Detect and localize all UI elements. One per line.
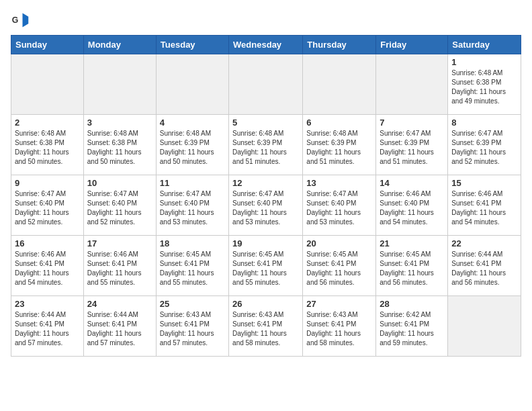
- day-number: 17: [87, 238, 152, 248]
- day-info: Sunrise: 6:47 AM Sunset: 6:39 PM Dayligh…: [451, 129, 517, 167]
- day-number: 5: [232, 118, 299, 128]
- day-info: Sunrise: 6:45 AM Sunset: 6:41 PM Dayligh…: [380, 250, 444, 287]
- day-number: 2: [15, 118, 80, 128]
- calendar-cell: 17Sunrise: 6:46 AM Sunset: 6:41 PM Dayli…: [83, 236, 156, 296]
- calendar: SundayMondayTuesdayWednesdayThursdayFrid…: [11, 35, 521, 357]
- day-info: Sunrise: 6:43 AM Sunset: 6:41 PM Dayligh…: [160, 310, 225, 348]
- week-row-3: 9Sunrise: 6:47 AM Sunset: 6:40 PM Daylig…: [11, 175, 521, 236]
- calendar-cell: 21Sunrise: 6:45 AM Sunset: 6:41 PM Dayli…: [376, 236, 448, 296]
- calendar-cell: 22Sunrise: 6:44 AM Sunset: 6:41 PM Dayli…: [448, 236, 521, 296]
- day-info: Sunrise: 6:47 AM Sunset: 6:40 PM Dayligh…: [87, 189, 152, 227]
- calendar-cell: 19Sunrise: 6:45 AM Sunset: 6:41 PM Dayli…: [229, 236, 303, 296]
- weekday-header-monday: Monday: [83, 36, 156, 54]
- day-info: Sunrise: 6:48 AM Sunset: 6:39 PM Dayligh…: [160, 129, 225, 167]
- day-number: 9: [15, 178, 80, 188]
- calendar-cell: 23Sunrise: 6:44 AM Sunset: 6:41 PM Dayli…: [11, 296, 84, 357]
- day-number: 1: [451, 57, 517, 67]
- calendar-cell: 7Sunrise: 6:47 AM Sunset: 6:39 PM Daylig…: [376, 115, 448, 175]
- weekday-header-saturday: Saturday: [448, 36, 521, 54]
- day-number: 21: [380, 238, 444, 248]
- calendar-cell: [156, 54, 228, 115]
- calendar-cell: 2Sunrise: 6:48 AM Sunset: 6:38 PM Daylig…: [11, 115, 84, 175]
- day-info: Sunrise: 6:48 AM Sunset: 6:38 PM Dayligh…: [451, 68, 517, 106]
- day-number: 20: [306, 238, 372, 248]
- calendar-cell: 4Sunrise: 6:48 AM Sunset: 6:39 PM Daylig…: [156, 115, 228, 175]
- day-info: Sunrise: 6:47 AM Sunset: 6:40 PM Dayligh…: [15, 189, 80, 227]
- day-info: Sunrise: 6:43 AM Sunset: 6:41 PM Dayligh…: [232, 310, 299, 348]
- day-number: 12: [232, 178, 299, 188]
- day-info: Sunrise: 6:48 AM Sunset: 6:38 PM Dayligh…: [15, 129, 80, 167]
- day-info: Sunrise: 6:42 AM Sunset: 6:41 PM Dayligh…: [380, 310, 444, 348]
- day-info: Sunrise: 6:47 AM Sunset: 6:39 PM Dayligh…: [380, 129, 444, 167]
- week-row-1: 1Sunrise: 6:48 AM Sunset: 6:38 PM Daylig…: [11, 54, 521, 115]
- day-number: 24: [87, 299, 152, 309]
- calendar-cell: 27Sunrise: 6:43 AM Sunset: 6:41 PM Dayli…: [303, 296, 376, 357]
- page-header: G: [11, 11, 521, 30]
- svg-text:G: G: [12, 15, 19, 25]
- calendar-cell: 28Sunrise: 6:42 AM Sunset: 6:41 PM Dayli…: [376, 296, 448, 357]
- calendar-cell: 18Sunrise: 6:45 AM Sunset: 6:41 PM Dayli…: [156, 236, 228, 296]
- day-info: Sunrise: 6:47 AM Sunset: 6:40 PM Dayligh…: [306, 189, 372, 227]
- day-info: Sunrise: 6:48 AM Sunset: 6:39 PM Dayligh…: [232, 129, 299, 167]
- day-number: 10: [87, 178, 152, 188]
- day-number: 13: [306, 178, 372, 188]
- calendar-cell: 25Sunrise: 6:43 AM Sunset: 6:41 PM Dayli…: [156, 296, 228, 357]
- day-info: Sunrise: 6:44 AM Sunset: 6:41 PM Dayligh…: [15, 310, 80, 348]
- calendar-cell: [229, 54, 303, 115]
- day-number: 7: [380, 118, 444, 128]
- day-info: Sunrise: 6:46 AM Sunset: 6:41 PM Dayligh…: [451, 189, 517, 227]
- calendar-cell: 11Sunrise: 6:47 AM Sunset: 6:40 PM Dayli…: [156, 175, 228, 236]
- calendar-cell: 15Sunrise: 6:46 AM Sunset: 6:41 PM Dayli…: [448, 175, 521, 236]
- calendar-cell: [83, 54, 156, 115]
- day-number: 3: [87, 118, 152, 128]
- calendar-cell: [376, 54, 448, 115]
- calendar-cell: 16Sunrise: 6:46 AM Sunset: 6:41 PM Dayli…: [11, 236, 84, 296]
- day-info: Sunrise: 6:45 AM Sunset: 6:41 PM Dayligh…: [306, 250, 372, 287]
- calendar-cell: 13Sunrise: 6:47 AM Sunset: 6:40 PM Dayli…: [303, 175, 376, 236]
- day-number: 14: [380, 178, 444, 188]
- calendar-cell: 20Sunrise: 6:45 AM Sunset: 6:41 PM Dayli…: [303, 236, 376, 296]
- weekday-header-wednesday: Wednesday: [229, 36, 303, 54]
- day-number: 8: [451, 118, 517, 128]
- day-info: Sunrise: 6:46 AM Sunset: 6:41 PM Dayligh…: [15, 250, 80, 287]
- day-info: Sunrise: 6:44 AM Sunset: 6:41 PM Dayligh…: [87, 310, 152, 348]
- calendar-cell: [448, 296, 521, 357]
- day-number: 6: [306, 118, 372, 128]
- calendar-cell: 1Sunrise: 6:48 AM Sunset: 6:38 PM Daylig…: [448, 54, 521, 115]
- day-info: Sunrise: 6:45 AM Sunset: 6:41 PM Dayligh…: [232, 250, 299, 287]
- week-row-5: 23Sunrise: 6:44 AM Sunset: 6:41 PM Dayli…: [11, 296, 521, 357]
- logo-icon: G: [11, 11, 30, 30]
- calendar-cell: 3Sunrise: 6:48 AM Sunset: 6:38 PM Daylig…: [83, 115, 156, 175]
- calendar-cell: 26Sunrise: 6:43 AM Sunset: 6:41 PM Dayli…: [229, 296, 303, 357]
- calendar-cell: 12Sunrise: 6:47 AM Sunset: 6:40 PM Dayli…: [229, 175, 303, 236]
- day-number: 11: [160, 178, 225, 188]
- calendar-cell: [303, 54, 376, 115]
- day-number: 19: [232, 238, 299, 248]
- day-number: 15: [451, 178, 517, 188]
- week-row-4: 16Sunrise: 6:46 AM Sunset: 6:41 PM Dayli…: [11, 236, 521, 296]
- weekday-header-sunday: Sunday: [11, 36, 84, 54]
- day-number: 26: [232, 299, 299, 309]
- day-info: Sunrise: 6:43 AM Sunset: 6:41 PM Dayligh…: [306, 310, 372, 348]
- day-number: 25: [160, 299, 225, 309]
- svg-marker-1: [23, 13, 29, 28]
- calendar-header-row: SundayMondayTuesdayWednesdayThursdayFrid…: [11, 36, 521, 54]
- day-number: 22: [451, 238, 517, 248]
- weekday-header-friday: Friday: [376, 36, 448, 54]
- day-info: Sunrise: 6:46 AM Sunset: 6:41 PM Dayligh…: [87, 250, 152, 287]
- week-row-2: 2Sunrise: 6:48 AM Sunset: 6:38 PM Daylig…: [11, 115, 521, 175]
- calendar-cell: [11, 54, 84, 115]
- day-number: 4: [160, 118, 225, 128]
- day-info: Sunrise: 6:44 AM Sunset: 6:41 PM Dayligh…: [451, 250, 517, 287]
- logo: G: [11, 11, 32, 30]
- day-number: 16: [15, 238, 80, 248]
- day-number: 18: [160, 238, 225, 248]
- calendar-cell: 14Sunrise: 6:46 AM Sunset: 6:40 PM Dayli…: [376, 175, 448, 236]
- day-info: Sunrise: 6:47 AM Sunset: 6:40 PM Dayligh…: [160, 189, 225, 227]
- weekday-header-thursday: Thursday: [303, 36, 376, 54]
- day-info: Sunrise: 6:48 AM Sunset: 6:39 PM Dayligh…: [306, 129, 372, 167]
- weekday-header-tuesday: Tuesday: [156, 36, 228, 54]
- day-number: 27: [306, 299, 372, 309]
- day-info: Sunrise: 6:47 AM Sunset: 6:40 PM Dayligh…: [232, 189, 299, 227]
- calendar-cell: 10Sunrise: 6:47 AM Sunset: 6:40 PM Dayli…: [83, 175, 156, 236]
